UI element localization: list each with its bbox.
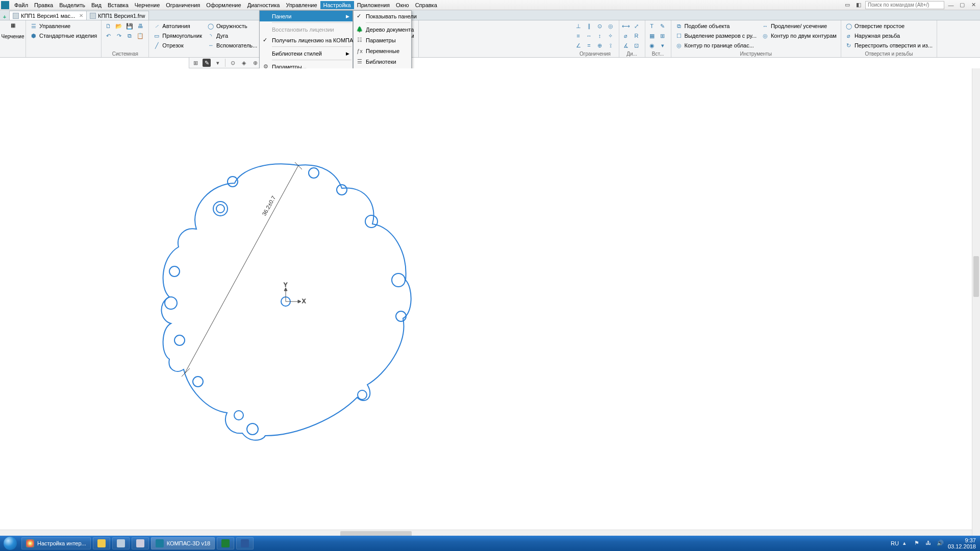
dim-icon[interactable]: ⟷ <box>621 21 631 31</box>
rebuild-holes-button[interactable]: ↻Перестроить отверстия и из... <box>843 41 935 50</box>
autoline-button[interactable]: ⟋Автолиния <box>151 21 204 31</box>
constraint-icon[interactable]: = <box>585 41 594 50</box>
constraint-icon[interactable]: ∥ <box>585 21 594 31</box>
constraint-icon[interactable]: ↔ <box>585 31 594 40</box>
dim-icon[interactable]: R <box>632 31 641 40</box>
constraint-icon[interactable]: ⊕ <box>595 41 605 50</box>
std-parts-button[interactable]: ⬢Стандартные изделия <box>28 31 99 40</box>
tab-close-icon[interactable]: ✕ <box>79 13 83 18</box>
new-icon[interactable]: 🗋 <box>104 21 113 31</box>
dd-style-libs[interactable]: Библиотеки стилей▶ <box>260 48 353 59</box>
menu-format[interactable]: Оформление <box>203 1 244 9</box>
snap-icon[interactable]: ◈ <box>240 59 248 67</box>
layout-1-icon[interactable]: ▭ <box>843 2 852 9</box>
tray-clock[interactable]: 9:37 03.12.2018 <box>948 537 976 549</box>
extend-trim-button[interactable]: ↔Продление/ усечение <box>760 21 839 31</box>
constraint-icon[interactable]: ∠ <box>574 41 583 50</box>
mode-drawing-button[interactable]: ▦Черчение <box>2 21 23 51</box>
dd-get-license[interactable]: ✓Получить лицензию на КОМПАС-3D <box>260 35 353 45</box>
dim-icon[interactable]: ⊡ <box>632 41 641 50</box>
insert-icon[interactable]: ▾ <box>658 41 667 50</box>
menu-manage[interactable]: Управление <box>283 1 320 9</box>
tool-icon[interactable]: ✎ <box>203 59 211 67</box>
start-button[interactable] <box>0 536 20 551</box>
taskbar-chrome[interactable]: Настройка интер... <box>21 537 91 549</box>
open-icon[interactable]: 📂 <box>114 21 123 31</box>
segment-button[interactable]: ╱Отрезок <box>151 41 204 50</box>
tool-icon[interactable]: ⊞ <box>191 59 199 67</box>
taskbar-word[interactable] <box>236 537 254 549</box>
insert-icon[interactable]: ⊞ <box>658 31 667 40</box>
lang-indicator[interactable]: RU <box>891 540 899 546</box>
manage-button[interactable]: ☰Управление <box>28 21 99 31</box>
constraint-icon[interactable]: ⟟ <box>606 41 615 50</box>
select-dims-button[interactable]: ☐Выделение размеров с ру... <box>673 31 759 40</box>
insert-icon[interactable]: ◉ <box>647 41 657 50</box>
dd-doc-tree[interactable]: 🌲Дерево документа <box>354 24 411 35</box>
constraint-icon[interactable]: ◎ <box>606 21 615 31</box>
dd-libraries[interactable]: ☰Библиотеки <box>354 56 411 67</box>
menu-help[interactable]: Справка <box>412 1 440 9</box>
close-button[interactable]: ✕ <box>969 2 978 9</box>
redo-icon[interactable]: ↷ <box>114 31 123 40</box>
constraint-icon[interactable]: ✧ <box>606 31 615 40</box>
tray-up-icon[interactable]: ▴ <box>903 540 910 547</box>
snap-icon[interactable]: ⊙ <box>229 59 237 67</box>
menu-edit[interactable]: Правка <box>31 1 56 9</box>
menu-constraints[interactable]: Ограничения <box>163 1 203 9</box>
layout-2-icon[interactable]: ◧ <box>854 2 863 9</box>
dim-icon[interactable]: ⌀ <box>621 31 631 40</box>
constraint-icon[interactable]: ↕ <box>595 31 605 40</box>
dd-show-panels[interactable]: ✓Показывать панели <box>354 11 411 21</box>
dropdown-icon[interactable]: ▾ <box>214 59 222 67</box>
constraint-icon[interactable]: ⊙ <box>595 21 605 31</box>
dd-variables[interactable]: ƒxПеременные <box>354 45 411 56</box>
insert-icon[interactable]: ✎ <box>658 21 667 31</box>
simple-hole-button[interactable]: ◯Отверстие простое <box>843 21 935 31</box>
print-icon[interactable]: 🖶 <box>136 21 145 31</box>
dim-icon[interactable]: ⤢ <box>632 21 641 31</box>
menu-window[interactable]: Окно <box>393 1 412 9</box>
undo-icon[interactable]: ↶ <box>104 31 113 40</box>
taskbar-explorer[interactable] <box>93 537 110 549</box>
new-tab-button[interactable]: + <box>0 14 9 20</box>
paste-icon[interactable]: 📋 <box>136 31 145 40</box>
save-icon[interactable]: 💾 <box>125 21 134 31</box>
tray-network-icon[interactable]: 🖧 <box>925 540 933 547</box>
snap-icon[interactable]: ⊕ <box>251 59 259 67</box>
menu-select[interactable]: Выделить <box>56 1 88 9</box>
tray-volume-icon[interactable]: 🔊 <box>937 540 944 547</box>
taskbar-notepad[interactable] <box>112 537 130 549</box>
similar-obj-button[interactable]: ⧉Подобие объекта <box>673 21 759 31</box>
command-search-input[interactable] <box>865 1 944 9</box>
dim-icon[interactable]: ∡ <box>621 41 631 50</box>
insert-icon[interactable]: T <box>647 21 657 31</box>
constraint-icon[interactable]: ⊥ <box>574 21 583 31</box>
two-contours-button[interactable]: ◎Контур по двум контурам <box>760 31 839 40</box>
boundary-contour-button[interactable]: ◎Контур по границе облас... <box>673 41 759 50</box>
menu-apps[interactable]: Приложения <box>354 1 393 9</box>
menu-drawing[interactable]: Черчение <box>132 1 163 9</box>
menu-file[interactable]: Файл <box>11 1 31 9</box>
menu-settings[interactable]: Настройка <box>320 1 354 9</box>
taskbar-excel[interactable] <box>217 537 234 549</box>
taskbar-calc[interactable] <box>132 537 149 549</box>
dd-sub-panels[interactable]: Панели▶ <box>260 11 353 21</box>
dd-properties[interactable]: ☷Параметры <box>354 35 411 45</box>
menu-diagnostics[interactable]: Диагностика <box>244 1 283 9</box>
taskbar-kompas[interactable]: КОМПАС-3D v18 <box>151 537 215 549</box>
menu-view[interactable]: Вид <box>88 1 105 9</box>
document-tab[interactable]: КПП1 Версия1.frw <box>86 11 148 20</box>
vertical-scrollbar[interactable] <box>972 68 980 538</box>
constraint-icon[interactable]: ≡ <box>574 31 583 40</box>
ext-thread-button[interactable]: ⌀Наружная резьба <box>843 31 935 40</box>
drawing-canvas[interactable]: 36.2±0.7 X Y <box>0 68 980 538</box>
tray-flag-icon[interactable]: ⚑ <box>914 540 921 547</box>
maximize-button[interactable]: ▢ <box>958 2 967 9</box>
document-tab[interactable]: КПП1 Версия1 мас... ✕ <box>9 11 87 20</box>
menu-insert[interactable]: Вставка <box>105 1 132 9</box>
minimize-button[interactable]: — <box>946 2 956 9</box>
rect-button[interactable]: ▭Прямоугольник <box>151 31 204 40</box>
copy-icon[interactable]: ⧉ <box>125 31 134 40</box>
insert-icon[interactable]: ▦ <box>647 31 657 40</box>
